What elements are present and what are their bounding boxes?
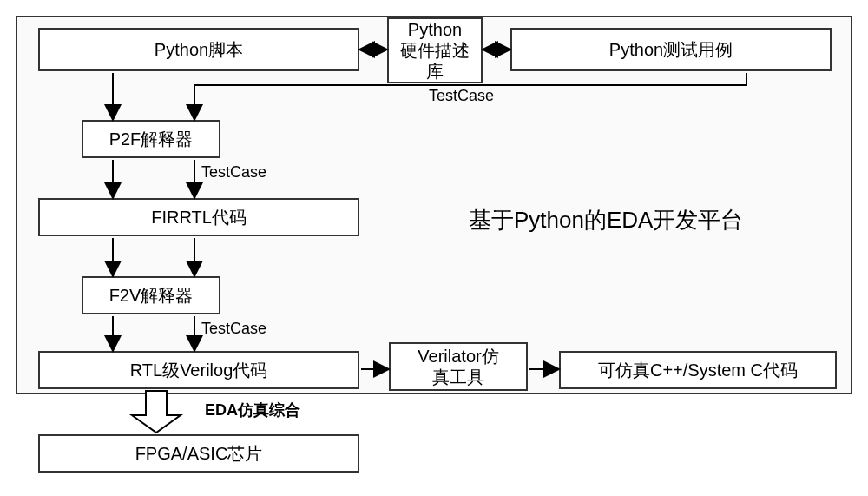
arrow-rtl-fpga: [132, 391, 181, 433]
box-cpp-systemc: 可仿真C++/System C代码: [559, 351, 837, 389]
box-python-script: Python脚本: [38, 28, 359, 71]
box-rtl-verilog: RTL级Verilog代码: [38, 351, 359, 389]
box-p2f: P2F解释器: [82, 120, 220, 158]
label-testcase-low: TestCase: [201, 320, 266, 338]
box-python-tests: Python测试用例: [510, 28, 832, 71]
box-firrtl: FIRRTL代码: [38, 198, 359, 236]
platform-title: 基于Python的EDA开发平台: [469, 205, 743, 235]
box-f2v: F2V解释器: [82, 276, 220, 314]
box-hwdesc-lib: Python 硬件描述 库: [387, 17, 483, 83]
label-eda-synth: EDA仿真综合: [205, 400, 300, 420]
box-fpga-asic: FPGA/ASIC芯片: [38, 434, 359, 473]
label-testcase-top: TestCase: [429, 87, 494, 105]
label-testcase-mid: TestCase: [201, 163, 266, 182]
box-verilator: Verilator仿 真工具: [389, 342, 528, 391]
